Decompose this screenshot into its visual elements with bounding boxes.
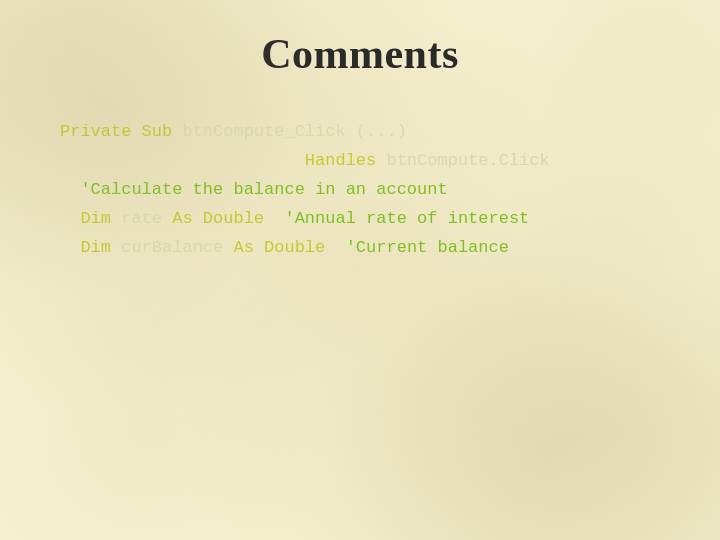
code-line-5: Dim curBalance As Double 'Current balanc…	[60, 234, 660, 263]
indent	[60, 151, 305, 170]
code-line-3: 'Calculate the balance in an account	[60, 176, 660, 205]
var-curbalance: curBalance	[121, 238, 233, 257]
spacer-1	[264, 209, 284, 228]
comment-2: 'Annual rate of interest	[284, 209, 529, 228]
spacer-2	[325, 238, 345, 257]
indent2	[60, 180, 80, 199]
keyword-private: Private Sub	[60, 122, 182, 141]
code-line-4: Dim rate As Double 'Annual rate of inter…	[60, 205, 660, 234]
keyword-as-double-2: As Double	[233, 238, 325, 257]
page-container: Comments Private Sub btnCompute_Click (.…	[0, 0, 720, 540]
comment-3: 'Current balance	[346, 238, 509, 257]
paren-close: )	[397, 122, 407, 141]
indent4	[60, 238, 80, 257]
handles-target: btnCompute.Click	[386, 151, 549, 170]
code-line-1: Private Sub btnCompute_Click (...)	[60, 118, 660, 147]
keyword-handles: Handles	[305, 151, 387, 170]
code-block: Private Sub btnCompute_Click (...) Handl…	[60, 118, 660, 262]
code-line-2: Handles btnCompute.Click	[60, 147, 660, 176]
params: ...	[366, 122, 397, 141]
page-title: Comments	[60, 30, 660, 78]
func-name: btnCompute_Click (	[182, 122, 366, 141]
keyword-dim-2: Dim	[80, 238, 121, 257]
keyword-as-double-1: As Double	[172, 209, 264, 228]
indent3	[60, 209, 80, 228]
var-rate: rate	[121, 209, 172, 228]
comment-1: 'Calculate the balance in an account	[80, 180, 447, 199]
keyword-dim-1: Dim	[80, 209, 121, 228]
